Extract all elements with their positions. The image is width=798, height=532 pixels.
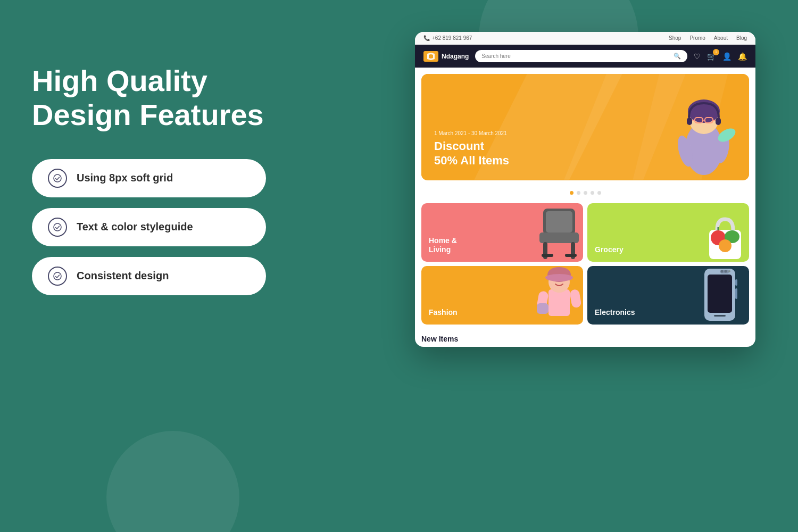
svg-point-43 — [725, 270, 727, 273]
svg-rect-45 — [735, 279, 737, 286]
feature-text-color: Text & color styleguide — [77, 221, 193, 233]
svg-point-42 — [721, 270, 724, 273]
svg-rect-15 — [687, 118, 692, 125]
svg-rect-21 — [546, 211, 572, 232]
topbar-phone: 📞 +62 819 821 967 — [423, 35, 472, 41]
topbar-nav: Shop Promo About Blog — [669, 35, 747, 41]
category-grocery-label: Grocery — [595, 245, 624, 254]
category-grid: Home &Living Grocery — [421, 203, 749, 325]
svg-rect-26 — [565, 254, 577, 257]
new-items-title: New Items — [421, 335, 458, 343]
svg-rect-47 — [714, 315, 726, 317]
left-panel: High QualityDesign Features Using 8px so… — [32, 64, 309, 306]
dot-3[interactable] — [584, 191, 587, 195]
search-input[interactable] — [481, 53, 670, 59]
svg-rect-37 — [569, 289, 582, 309]
category-electronics[interactable]: Electronics — [587, 266, 749, 325]
nav-promo[interactable]: Promo — [689, 35, 705, 41]
hero-person — [669, 79, 738, 180]
browser-mockup: 📞 +62 819 821 967 Shop Promo About Blog … — [415, 32, 755, 347]
svg-rect-22 — [539, 232, 579, 243]
bg-decoration-bottom — [106, 431, 239, 532]
category-home-living-label: Home &Living — [429, 236, 457, 254]
phone-number: +62 819 821 967 — [432, 35, 472, 41]
svg-point-1 — [54, 223, 61, 231]
dot-4[interactable] — [591, 191, 594, 195]
check-icon-grid — [48, 169, 67, 188]
svg-rect-25 — [542, 254, 553, 257]
user-icon[interactable]: 👤 — [722, 52, 732, 61]
dots-indicator — [415, 187, 755, 199]
svg-rect-32 — [548, 289, 570, 316]
new-items-section: New Items — [415, 329, 755, 347]
check-icon-color — [48, 218, 67, 237]
main-title: High QualityDesign Features — [32, 64, 309, 132]
hero-title: Discount50% All Items — [434, 139, 509, 168]
nav-blog[interactable]: Blog — [736, 35, 747, 41]
nav-shop[interactable]: Shop — [669, 35, 681, 41]
category-electronics-label: Electronics — [595, 308, 635, 317]
topbar: 📞 +62 819 821 967 Shop Promo About Blog — [415, 32, 755, 45]
feature-card-color: Text & color styleguide — [32, 208, 266, 246]
hero-date: 1 March 2021 - 30 March 2021 — [434, 130, 509, 136]
svg-point-0 — [54, 174, 61, 182]
svg-rect-38 — [537, 303, 548, 314]
feature-text-grid: Using 8px soft grid — [77, 172, 173, 184]
category-grocery[interactable]: Grocery — [587, 203, 749, 262]
feature-text-design: Consistent design — [77, 270, 169, 282]
svg-point-35 — [545, 274, 573, 281]
nav-about[interactable]: About — [714, 35, 728, 41]
search-icon: 🔍 — [674, 53, 681, 60]
feature-card-design: Consistent design — [32, 257, 266, 295]
logo-text: Ndagang — [442, 53, 469, 60]
search-bar[interactable]: 🔍 — [475, 50, 687, 62]
dot-1[interactable] — [570, 191, 573, 195]
dot-2[interactable] — [577, 191, 580, 195]
logo-area[interactable]: Ndagang — [423, 51, 469, 62]
hero-content: 1 March 2021 - 30 March 2021 Discount50%… — [434, 130, 509, 168]
logo-icon — [423, 51, 438, 62]
cart-icon-wrapper[interactable]: 🛒 1 — [707, 52, 716, 61]
svg-rect-40 — [708, 275, 732, 313]
wishlist-icon[interactable]: ♡ — [694, 52, 701, 61]
bell-icon[interactable]: 🔔 — [738, 52, 747, 61]
nav-icons: ♡ 🛒 1 👤 🔔 — [694, 52, 747, 61]
navbar: Ndagang 🔍 ♡ 🛒 1 👤 🔔 — [415, 45, 755, 68]
dot-5[interactable] — [597, 191, 601, 195]
category-fashion[interactable]: Fashion — [421, 266, 583, 325]
svg-point-2 — [54, 272, 61, 280]
hero-banner: 1 March 2021 - 30 March 2021 Discount50%… — [421, 74, 749, 180]
category-fashion-label: Fashion — [429, 308, 458, 317]
feature-card-grid: Using 8px soft grid — [32, 159, 266, 197]
svg-point-44 — [728, 270, 730, 272]
phone-icon: 📞 — [423, 35, 430, 41]
cart-badge: 1 — [713, 49, 719, 55]
check-icon-design — [48, 267, 67, 286]
svg-point-31 — [719, 239, 732, 252]
svg-rect-46 — [735, 288, 737, 299]
category-home-living[interactable]: Home &Living — [421, 203, 583, 262]
svg-rect-16 — [716, 118, 721, 125]
